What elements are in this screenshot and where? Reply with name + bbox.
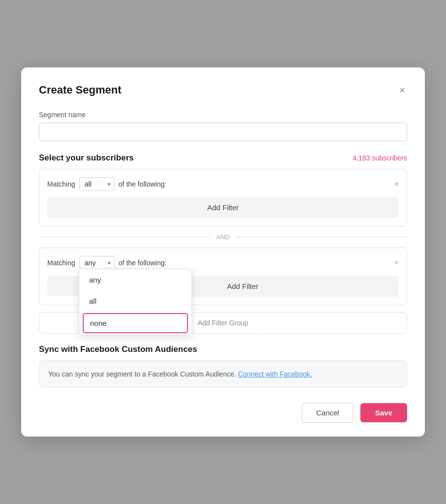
dropdown-item-any[interactable]: any [79, 269, 191, 290]
close-button[interactable]: × [397, 83, 407, 97]
modal-header: Create Segment × [39, 83, 407, 97]
and-label: AND [216, 233, 229, 241]
dropdown-item-none[interactable]: none [83, 313, 188, 333]
sync-title: Sync with Facebook Custom Audiences [39, 345, 407, 354]
sync-box: You can sync your segment to a Facebook … [39, 360, 407, 388]
filter-group-2-close[interactable]: × [394, 258, 399, 267]
matching-select-1[interactable]: any all none [79, 177, 115, 191]
matching-select-wrapper-1: any all none ▾ [79, 177, 115, 191]
of-following-label-1: of the following: [119, 180, 166, 188]
of-following-label-2: of the following: [119, 259, 166, 267]
segment-name-section: Segment name [39, 111, 407, 141]
add-filter-button-1[interactable]: Add Filter [47, 197, 399, 218]
segment-name-label: Segment name [39, 111, 407, 119]
cancel-button[interactable]: Cancel [302, 403, 353, 423]
filter-group-1-close[interactable]: × [394, 180, 399, 189]
filter-group-2: Matching any all none ▾ of the following… [39, 248, 407, 305]
modal-footer: Cancel Save [39, 403, 407, 423]
matching-label-1: Matching [47, 180, 75, 188]
matching-label-2: Matching [47, 259, 75, 267]
subscribers-section-header: Select your subscribers 4,183 subscriber… [39, 153, 407, 163]
and-divider: AND [39, 233, 407, 241]
matching-select-2[interactable]: any all none [79, 256, 115, 270]
filter-group-1-left: Matching any all none ▾ of the following… [47, 177, 166, 191]
modal-title: Create Segment [39, 84, 122, 96]
filter-group-2-left: Matching any all none ▾ of the following… [47, 256, 166, 270]
sync-description: You can sync your segment to a Facebook … [48, 370, 236, 378]
save-button[interactable]: Save [360, 403, 407, 422]
subscribers-title: Select your subscribers [39, 153, 134, 163]
matching-dropdown-2: any all none [79, 269, 192, 335]
add-filter-group-label: Add Filter Group [198, 319, 249, 327]
filter-placeholder [47, 276, 82, 296]
connect-facebook-link[interactable]: Connect with Facebook. [238, 370, 312, 378]
dropdown-item-all[interactable]: all [79, 290, 191, 312]
modal: Create Segment × Segment name Select you… [21, 67, 425, 437]
subscribers-count: 4,183 subscribers [352, 154, 407, 162]
filter-group-2-header: Matching any all none ▾ of the following… [47, 256, 399, 270]
sync-section: Sync with Facebook Custom Audiences You … [39, 345, 407, 388]
filter-group-1-header: Matching any all none ▾ of the following… [47, 177, 399, 191]
segment-name-input[interactable] [39, 123, 407, 141]
modal-overlay: Create Segment × Segment name Select you… [0, 0, 446, 504]
filter-group-1: Matching any all none ▾ of the following… [39, 169, 407, 226]
matching-select-wrapper-2: any all none ▾ [79, 256, 115, 270]
